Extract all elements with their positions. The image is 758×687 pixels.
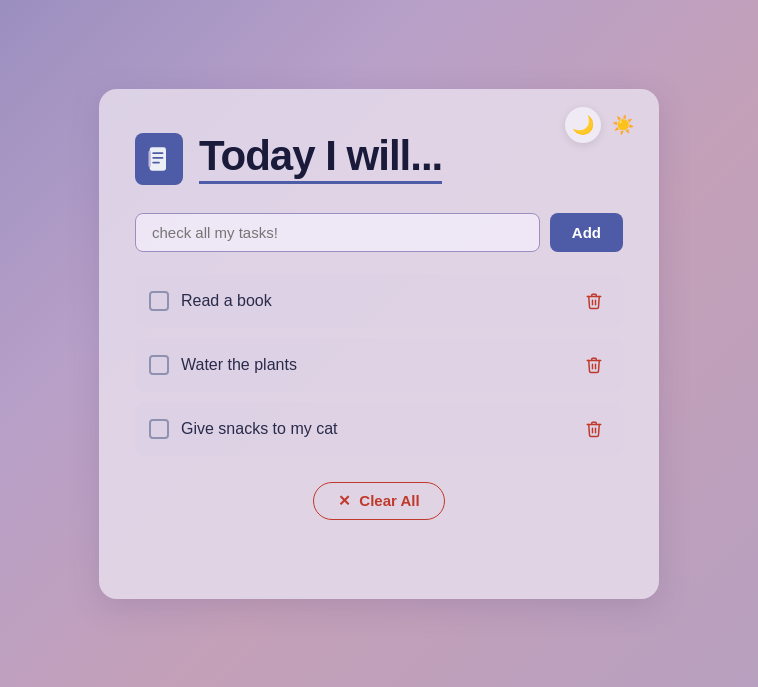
light-mode-button[interactable]: ☀️ [605,107,641,143]
delete-task-button[interactable] [579,286,609,316]
task-label: Give snacks to my cat [181,420,567,438]
task-item: Give snacks to my cat [135,402,623,456]
main-card: 🌙 ☀️ Today I will... Add Read a book Wat… [99,89,659,599]
add-task-row: Add [135,213,623,252]
clear-all-label: Clear All [359,492,419,509]
svg-rect-0 [150,147,166,170]
task-item: Read a book [135,274,623,328]
add-button[interactable]: Add [550,213,623,252]
clear-icon: ✕ [338,492,351,510]
task-list: Read a book Water the plants Give snacks… [135,274,623,456]
dark-mode-button[interactable]: 🌙 [565,107,601,143]
task-label: Water the plants [181,356,567,374]
task-checkbox[interactable] [149,419,169,439]
app-header: Today I will... [135,133,623,185]
clear-all-button[interactable]: ✕ Clear All [313,482,444,520]
task-checkbox[interactable] [149,291,169,311]
task-input[interactable] [135,213,540,252]
bottom-row: ✕ Clear All [135,482,623,520]
task-item: Water the plants [135,338,623,392]
task-label: Read a book [181,292,567,310]
notebook-icon [135,133,183,185]
theme-toggle-group: 🌙 ☀️ [565,107,641,143]
svg-rect-4 [149,150,151,166]
task-checkbox[interactable] [149,355,169,375]
delete-task-button[interactable] [579,414,609,444]
delete-task-button[interactable] [579,350,609,380]
page-title: Today I will... [199,133,442,184]
